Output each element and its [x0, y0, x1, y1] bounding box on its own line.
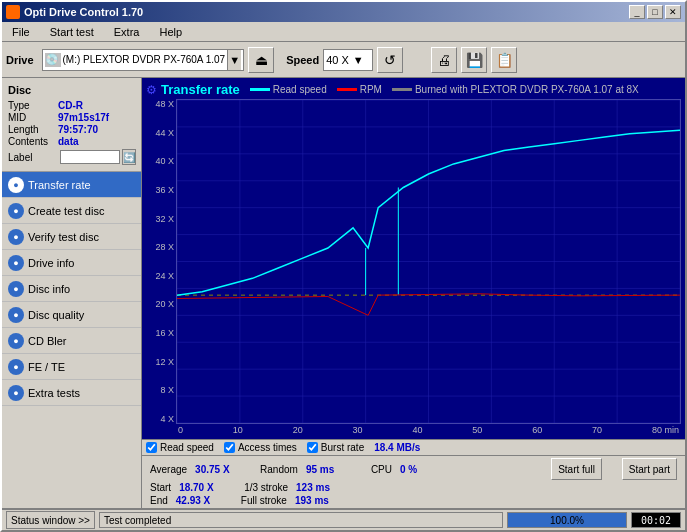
nav-icon-disc-info: ●: [8, 281, 24, 297]
stroke-1-3-stat: 1/3 stroke 123 ms: [244, 482, 341, 493]
chart-canvas: [177, 100, 680, 423]
checkboxes-row: Read speed Access times Burst rate 18.4 …: [142, 439, 685, 455]
cb-read-speed: Read speed: [146, 442, 214, 453]
nav-label-cd-bler: CD Bler: [28, 335, 67, 347]
speed-selector[interactable]: 40 X ▼: [323, 49, 373, 71]
start-part-button[interactable]: Start part: [622, 458, 677, 480]
nav-icon-create-test-disc: ●: [8, 203, 24, 219]
menu-bar: File Start test Extra Help: [2, 22, 685, 42]
speed-value: 40 X: [326, 54, 349, 66]
legend-rpm: RPM: [337, 84, 382, 95]
refresh-btn[interactable]: ↺: [377, 47, 403, 73]
nav-item-disc-quality[interactable]: ●Disc quality: [2, 302, 141, 328]
disc-length-row: Length 79:57:70: [8, 124, 135, 135]
cpu-stat: CPU 0 %: [371, 464, 445, 475]
stats-row: Average 30.75 X Random 95 ms CPU 0 % Sta…: [142, 455, 685, 482]
stats-row2: Start 18.70 X 1/3 stroke 123 ms: [142, 482, 685, 495]
title-bar: Opti Drive Control 1.70 _ □ ✕: [2, 2, 685, 22]
cb-burst-rate-input[interactable]: [307, 442, 318, 453]
sidebar: Disc Type CD-R MID 97m15s17f Length 79:5…: [2, 78, 142, 508]
nav-label-verify-test-disc: Verify test disc: [28, 231, 99, 243]
cb-read-speed-input[interactable]: [146, 442, 157, 453]
nav-item-cd-bler[interactable]: ●CD Bler: [2, 328, 141, 354]
speed-label: Speed: [286, 54, 319, 66]
status-window-btn[interactable]: Status window >>: [6, 511, 95, 529]
disc-info-panel: Disc Type CD-R MID 97m15s17f Length 79:5…: [2, 78, 141, 172]
close-button[interactable]: ✕: [665, 5, 681, 19]
chart-legend: Read speed RPM Burned with PLEXTOR DVDR …: [250, 84, 639, 95]
nav-icon-drive-info: ●: [8, 255, 24, 271]
drive-icon: 💿: [45, 53, 61, 67]
maximize-button[interactable]: □: [647, 5, 663, 19]
disc-contents-row: Contents data: [8, 136, 135, 147]
drive-value: (M:) PLEXTOR DVDR PX-760A 1.07: [63, 54, 226, 65]
nav-icon-verify-test-disc: ●: [8, 229, 24, 245]
x-axis-row: 01020304050607080 min: [176, 425, 681, 435]
nav-icon-fe-te: ●: [8, 359, 24, 375]
end-stat: End 42.93 X: [150, 495, 221, 506]
nav-item-drive-info[interactable]: ●Drive info: [2, 250, 141, 276]
nav-icon-cd-bler: ●: [8, 333, 24, 349]
label-refresh-btn[interactable]: 🔄: [122, 149, 136, 165]
btn1[interactable]: 🖨: [431, 47, 457, 73]
full-stroke-stat: Full stroke 193 ms: [241, 495, 340, 506]
btn2[interactable]: 💾: [461, 47, 487, 73]
disc-type-row: Type CD-R: [8, 100, 135, 111]
toolbar: Drive 💿 (M:) PLEXTOR DVDR PX-760A 1.07 ▼…: [2, 42, 685, 78]
nav-item-transfer-rate[interactable]: ●Transfer rate: [2, 172, 141, 198]
cb-access-times-input[interactable]: [224, 442, 235, 453]
main-content: Disc Type CD-R MID 97m15s17f Length 79:5…: [2, 78, 685, 508]
disc-section-title: Disc: [8, 84, 135, 96]
nav-label-extra-tests: Extra tests: [28, 387, 80, 399]
legend-read-speed: Read speed: [250, 84, 327, 95]
chart-title-row: ⚙ Transfer rate Read speed RPM: [146, 82, 681, 97]
nav-label-create-test-disc: Create test disc: [28, 205, 104, 217]
status-text: Test completed: [99, 512, 503, 528]
nav-item-extra-tests[interactable]: ●Extra tests: [2, 380, 141, 406]
nav-label-disc-info: Disc info: [28, 283, 70, 295]
cb-burst-rate: Burst rate: [307, 442, 364, 453]
window-title: Opti Drive Control 1.70: [24, 6, 143, 18]
nav-item-fe-te[interactable]: ●FE / TE: [2, 354, 141, 380]
stats-row3: End 42.93 X Full stroke 193 ms: [142, 495, 685, 508]
nav-item-disc-info[interactable]: ●Disc info: [2, 276, 141, 302]
y-axis: 48 X44 X40 X36 X32 X28 X24 X20 X16 X12 X…: [146, 99, 176, 424]
nav-label-disc-quality: Disc quality: [28, 309, 84, 321]
nav-label-transfer-rate: Transfer rate: [28, 179, 91, 191]
nav-label-fe-te: FE / TE: [28, 361, 65, 373]
minimize-button[interactable]: _: [629, 5, 645, 19]
nav-icon-transfer-rate: ●: [8, 177, 24, 193]
start-stat: Start 18.70 X: [150, 482, 224, 493]
drive-eject-btn[interactable]: ⏏: [248, 47, 274, 73]
nav-container: ●Transfer rate●Create test disc●Verify t…: [2, 172, 141, 406]
nav-item-verify-test-disc[interactable]: ●Verify test disc: [2, 224, 141, 250]
random-stat: Random 95 ms: [260, 464, 351, 475]
nav-icon-disc-quality: ●: [8, 307, 24, 323]
chart-graph-area: 48 X44 X40 X36 X32 X28 X24 X20 X16 X12 X…: [146, 99, 681, 424]
burst-rate-value: 18.4 MB/s: [374, 442, 420, 453]
nav-icon-extra-tests: ●: [8, 385, 24, 401]
chart-canvas-container: [176, 99, 681, 424]
disc-mid-row: MID 97m15s17f: [8, 112, 135, 123]
start-full-button[interactable]: Start full: [551, 458, 602, 480]
status-bar: Status window >> Test completed 100.0% 0…: [2, 508, 685, 530]
menu-file[interactable]: File: [6, 25, 36, 39]
avg-stat: Average 30.75 X: [150, 464, 240, 475]
btn3[interactable]: 📋: [491, 47, 517, 73]
nav-item-create-test-disc[interactable]: ●Create test disc: [2, 198, 141, 224]
disc-label-row: Label 🔄: [8, 149, 135, 165]
menu-help[interactable]: Help: [153, 25, 188, 39]
progress-text: 100.0%: [508, 513, 626, 527]
app-icon: [6, 5, 20, 19]
drive-dropdown-arrow[interactable]: ▼: [227, 50, 241, 70]
nav-label-drive-info: Drive info: [28, 257, 74, 269]
chart-title: Transfer rate: [161, 82, 240, 97]
menu-extra[interactable]: Extra: [108, 25, 146, 39]
progress-bar: 100.0%: [507, 512, 627, 528]
legend-burned: Burned with PLEXTOR DVDR PX-760A 1.07 at…: [392, 84, 639, 95]
cb-access-times: Access times: [224, 442, 297, 453]
drive-label: Drive: [6, 54, 34, 66]
drive-selector[interactable]: 💿 (M:) PLEXTOR DVDR PX-760A 1.07 ▼: [42, 49, 245, 71]
label-input[interactable]: [60, 150, 120, 164]
menu-start-test[interactable]: Start test: [44, 25, 100, 39]
